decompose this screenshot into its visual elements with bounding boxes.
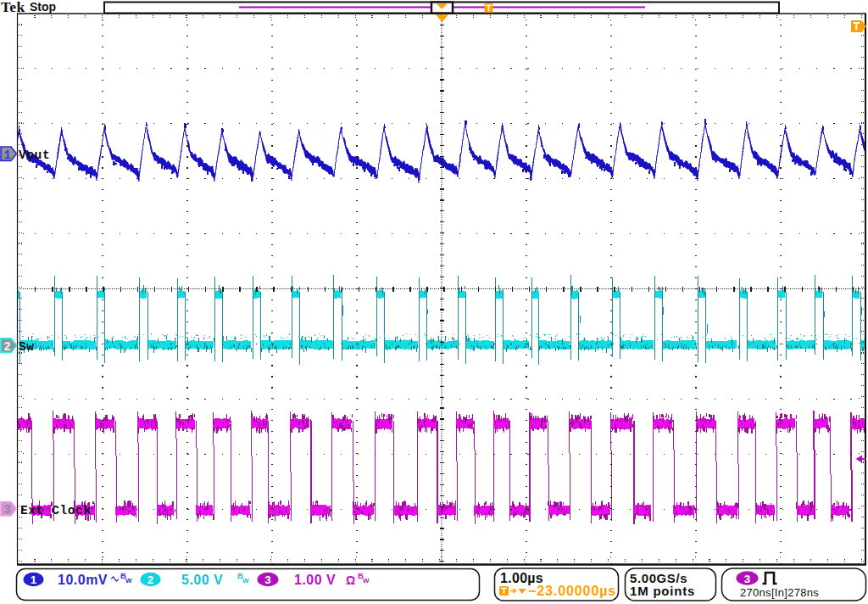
svg-text:1M points: 1M points xyxy=(630,584,695,598)
svg-text:3: 3 xyxy=(4,503,11,517)
svg-text:3: 3 xyxy=(744,573,751,585)
svg-text:W: W xyxy=(242,577,249,584)
svg-text:2: 2 xyxy=(4,340,11,354)
svg-text:−23.00000µs: −23.00000µs xyxy=(528,584,616,598)
svg-text:Sw: Sw xyxy=(19,340,35,354)
svg-text:Tek: Tek xyxy=(1,0,25,15)
svg-text:W: W xyxy=(363,577,370,584)
svg-text:1.00 V: 1.00 V xyxy=(294,573,336,587)
svg-text:2: 2 xyxy=(147,573,154,586)
svg-text:Ext_Clock: Ext_Clock xyxy=(20,504,92,517)
svg-text:Vout: Vout xyxy=(19,148,50,162)
svg-text:Stop: Stop xyxy=(30,0,56,14)
svg-text:10.0mV: 10.0mV xyxy=(58,573,108,587)
svg-text:3: 3 xyxy=(264,573,271,586)
svg-text:Ω: Ω xyxy=(346,573,355,587)
svg-text:5.00 V: 5.00 V xyxy=(181,573,223,587)
svg-text:1: 1 xyxy=(31,573,37,586)
svg-text:270ns[In]278ns: 270ns[In]278ns xyxy=(740,586,819,599)
svg-text:1: 1 xyxy=(4,148,11,162)
svg-text:W: W xyxy=(125,577,132,584)
